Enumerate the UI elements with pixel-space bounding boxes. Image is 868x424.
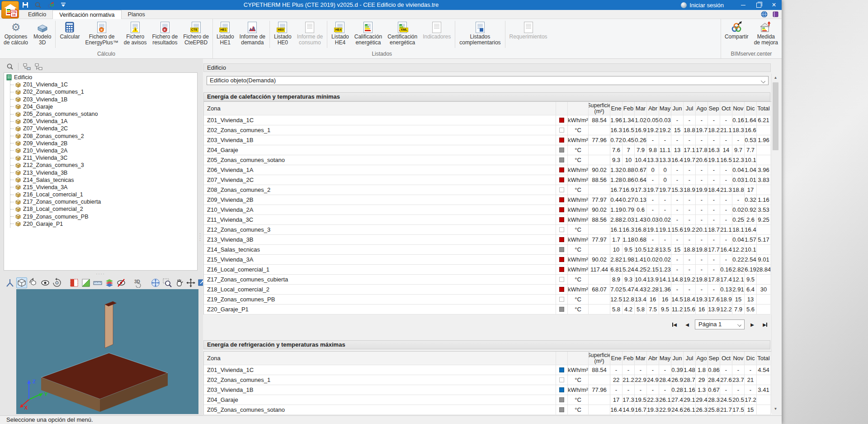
scroll-up-arrow[interactable]: ▲ xyxy=(772,74,779,81)
listados-complementarios-button[interactable]: Listadoscomplementarios xyxy=(457,20,503,46)
fichero-energyplus-button[interactable]: eFichero deEnergyPlus™ xyxy=(82,20,121,46)
tab-planos[interactable]: Planos xyxy=(122,10,151,19)
tree-item-zone[interactable]: Z19_Zonas_comunes_PB xyxy=(10,213,197,220)
listado-he4-button[interactable]: HE4ListadoHE4 xyxy=(329,20,352,46)
help-book-icon[interactable] xyxy=(772,11,779,18)
building-selector[interactable]: Edificio objeto(Demanda) xyxy=(207,76,769,85)
axes-icon[interactable] xyxy=(5,277,15,288)
color-swatch-cell[interactable] xyxy=(556,405,568,415)
tree-item-zone[interactable]: Z04_Garaje xyxy=(10,103,197,110)
orbit-view-icon[interactable] xyxy=(40,277,51,288)
modelo-3d-button[interactable]: Modelo3D xyxy=(31,20,54,46)
color-swatch-cell[interactable] xyxy=(556,275,568,285)
color-swatch-cell[interactable] xyxy=(556,255,568,265)
scrollbar-thumb[interactable] xyxy=(773,82,778,150)
zoom-window-icon[interactable] xyxy=(162,277,173,288)
color-swatch-cell[interactable] xyxy=(556,295,568,305)
color-swatch-cell[interactable] xyxy=(556,165,568,175)
medida-mejora-button[interactable]: Medidade mejora xyxy=(751,20,781,46)
color-swatch-cell[interactable] xyxy=(556,375,568,385)
color-swatch-cell[interactable] xyxy=(556,115,568,125)
turntable-icon[interactable] xyxy=(52,277,62,288)
tree-item-zone[interactable]: Z18_Local_comercial_2 xyxy=(10,205,197,213)
color-swatch-cell[interactable] xyxy=(556,305,568,314)
table-row[interactable]: Z04_Garaje°C7.677.99.811.11317.117.816.3… xyxy=(204,145,771,155)
color-swatch-cell[interactable] xyxy=(556,365,568,375)
table-row[interactable]: Z03_Vivienda_1BkWh/m²77.96-----0.281.161… xyxy=(204,385,771,395)
tree-item-zone[interactable]: Z15_Vivienda_3A xyxy=(10,184,197,191)
color-swatch-cell[interactable] xyxy=(556,215,568,225)
tree-item-zone[interactable]: Z20_Garaje_P1 xyxy=(10,220,197,228)
opciones-calculo-button[interactable]: ⚙Opcionesde cálculo xyxy=(1,20,31,46)
table-row[interactable]: Z14_Salas_tecnicas°C109.510.512.813.5151… xyxy=(204,245,771,255)
color-swatch-cell[interactable] xyxy=(556,245,568,255)
expand-tree-icon[interactable] xyxy=(22,62,31,71)
table-row[interactable]: Z02_Zonas_comunes_1°C16.316.516.919.219.… xyxy=(204,125,771,135)
table-row[interactable]: Z12_Zonas_comunes_3°C16.116.316.819.119.… xyxy=(204,225,771,235)
listado-he0-button[interactable]: HE0ListadoHE0 xyxy=(271,20,294,46)
tree-item-zone[interactable]: Z12_Zonas_comunes_3 xyxy=(10,162,197,169)
fichero-resultados-button[interactable]: eFichero deresultados xyxy=(150,20,181,46)
orbit-center-icon[interactable] xyxy=(185,277,196,288)
layers-icon[interactable] xyxy=(104,277,115,288)
calificacion-energetica-button[interactable]: Calificaciónenergética xyxy=(352,20,385,46)
viewport-3d[interactable]: Z Y X xyxy=(16,289,198,414)
page-select[interactable]: Página 1 xyxy=(695,319,745,329)
tree-item-zone[interactable]: Z01_Vivienda_1C xyxy=(10,81,197,88)
isometric-view-icon[interactable] xyxy=(16,277,27,288)
tree-item-zone[interactable]: Z06_Vivienda_1A xyxy=(10,118,197,125)
fichero-avisos-button[interactable]: !Ficherode avisos xyxy=(121,20,150,46)
table-row[interactable]: Z15_Vivienda_3AkWh/m²90.022.821.981.410.… xyxy=(204,255,771,265)
rotate-model-icon[interactable] xyxy=(28,277,39,288)
first-page-button[interactable]: ◀ xyxy=(670,320,679,329)
tree-item-zone[interactable]: Z05_Zonas_comunes_sotano xyxy=(10,110,197,118)
color-swatch-cell[interactable] xyxy=(556,135,568,145)
color-swatch-cell[interactable] xyxy=(556,385,568,395)
horizontal-splitter[interactable]: ···· xyxy=(4,272,198,276)
table-row[interactable]: Z18_Local_comercial_2kWh/m²68.077.025.47… xyxy=(204,285,771,295)
minimize-button[interactable] xyxy=(736,0,751,10)
table-row[interactable]: Z05_Zonas_comunes_sotano°C9.31010.413.31… xyxy=(204,155,771,165)
collapse-tree-icon[interactable] xyxy=(34,62,43,71)
color-swatch-cell[interactable] xyxy=(556,195,568,205)
tree-item-zone[interactable]: Z10_Vivienda_2A xyxy=(10,147,197,154)
table-row[interactable]: Z17_Zonas_comunes_cubierta°C8.99.310.413… xyxy=(204,275,771,285)
tree-item-zone[interactable]: Z02_Zonas_comunes_1 xyxy=(10,88,197,95)
hide-elements-icon[interactable] xyxy=(116,277,127,288)
tree-item-zone[interactable]: Z16_Local_comercial_1 xyxy=(10,191,197,198)
table-row[interactable]: Z01_Vivienda_1CkWh/m²88.54-----0.391.481… xyxy=(204,365,771,375)
tree-item-zone[interactable]: Z11_Vivienda_3C xyxy=(10,154,197,162)
color-swatch-cell[interactable] xyxy=(556,125,568,135)
table-row[interactable]: Z11_Vivienda_3CkWh/m²88.562.882.031.430.… xyxy=(204,215,771,225)
color-swatch-cell[interactable] xyxy=(556,265,568,275)
color-swatch-cell[interactable] xyxy=(556,155,568,165)
vertical-scrollbar[interactable]: ▲ ▼ xyxy=(771,74,779,413)
search-icon[interactable] xyxy=(5,62,14,71)
listado-he1-button[interactable]: HE1ListadoHE1 xyxy=(214,20,237,46)
section-plane-icon[interactable] xyxy=(80,277,91,288)
tree-item-edificio[interactable]: Edificio xyxy=(6,74,197,81)
vertical-splitter[interactable]: ···· xyxy=(198,61,203,414)
compartir-button[interactable]: Compartir xyxy=(722,20,751,40)
pan-icon[interactable] xyxy=(174,277,184,288)
next-page-button[interactable]: ▶ xyxy=(747,320,757,329)
color-swatch-cell[interactable] xyxy=(556,235,568,245)
table-row[interactable]: Z08_Zonas_comunes_2°C16.716.917.319.719.… xyxy=(204,185,771,195)
tree-item-zone[interactable]: Z03_Vivienda_1B xyxy=(10,96,197,103)
tab-verificaci-n-normativa[interactable]: Verificación normativa xyxy=(52,10,121,19)
table-row[interactable]: Z13_Vivienda_3BkWh/m²77.971.71.180.68---… xyxy=(204,235,771,245)
color-swatch-cell[interactable] xyxy=(556,225,568,235)
regen-3d-icon[interactable]: 3D xyxy=(133,277,144,288)
table-row[interactable]: Z20_Garaje_P1°C5.84.25.87.59.511.215.616… xyxy=(204,305,771,314)
previous-page-button[interactable]: ◀ xyxy=(682,320,692,329)
tree-item-zone[interactable]: Z14_Salas_tecnicas xyxy=(10,176,197,184)
table-row[interactable]: Z10_Vivienda_2AkWh/m²90.021.190.790.6---… xyxy=(204,205,771,215)
color-swatch-cell[interactable] xyxy=(556,175,568,185)
table-row[interactable]: Z07_Vivienda_2CkWh/m²88.561.280.860.64-0… xyxy=(204,175,771,185)
sign-in-button[interactable]: Iniciar sesión xyxy=(681,2,724,9)
section-box-icon[interactable] xyxy=(69,277,80,288)
color-swatch-cell[interactable] xyxy=(556,185,568,195)
tab-edificio[interactable]: Edificio xyxy=(22,10,52,19)
color-swatch-cell[interactable] xyxy=(556,145,568,155)
web-icon[interactable] xyxy=(761,11,768,18)
